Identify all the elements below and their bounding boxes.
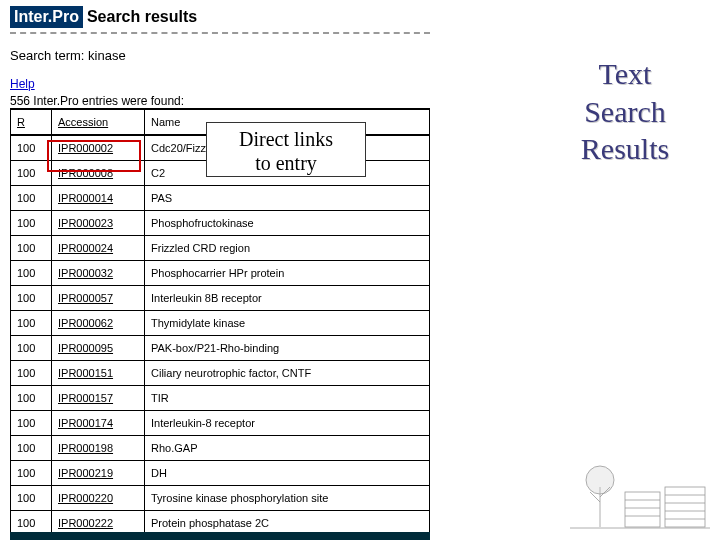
- svg-rect-4: [625, 492, 660, 527]
- cell-accession: IPR000220: [52, 486, 145, 511]
- cell-name: PAK-box/P21-Rho-binding: [145, 336, 430, 361]
- search-term-line: Search term: kinase: [10, 48, 430, 63]
- cell-name: Ciliary neurotrophic factor, CNTF: [145, 361, 430, 386]
- cell-name: Tyrosine kinase phosphorylation site: [145, 486, 430, 511]
- slide-title-l1: Text: [560, 55, 690, 93]
- cell-name: PAS: [145, 186, 430, 211]
- cell-accession: IPR000002: [52, 135, 145, 161]
- slide-title: Text Search Results: [560, 55, 690, 168]
- table-row: 100IPR000023Phosphofructokinase: [11, 211, 430, 236]
- accession-link[interactable]: IPR000062: [58, 317, 113, 329]
- cell-accession: IPR000095: [52, 336, 145, 361]
- accession-link[interactable]: IPR000057: [58, 292, 113, 304]
- col-name-label: Name: [151, 116, 180, 128]
- callout-line1: Direct links: [207, 127, 365, 151]
- cell-r: 100: [11, 336, 52, 361]
- page-header: Inter.Pro Search results: [10, 6, 430, 34]
- svg-point-1: [586, 466, 614, 494]
- cell-accession: IPR000024: [52, 236, 145, 261]
- accession-link[interactable]: IPR000032: [58, 267, 113, 279]
- bottom-strip: [10, 532, 430, 540]
- table-row: 100IPR000014PAS: [11, 186, 430, 211]
- accession-link[interactable]: IPR000023: [58, 217, 113, 229]
- help-link[interactable]: Help: [10, 77, 35, 91]
- cell-name: Interleukin 8B receptor: [145, 286, 430, 311]
- cell-r: 100: [11, 211, 52, 236]
- cell-name: Frizzled CRD region: [145, 236, 430, 261]
- decorative-illustration: [570, 452, 710, 532]
- col-accession[interactable]: Accession: [52, 109, 145, 135]
- table-row: 100IPR000220Tyrosine kinase phosphorylat…: [11, 486, 430, 511]
- table-row: 100IPR000057Interleukin 8B receptor: [11, 286, 430, 311]
- table-row: 100IPR000174Interleukin-8 receptor: [11, 411, 430, 436]
- table-row: 100IPR000151Ciliary neurotrophic factor,…: [11, 361, 430, 386]
- cell-r: 100: [11, 286, 52, 311]
- slide-container: Inter.Pro Search results Search term: ki…: [0, 0, 720, 540]
- cell-name: Phosphofructokinase: [145, 211, 430, 236]
- accession-link[interactable]: IPR000220: [58, 492, 113, 504]
- cell-accession: IPR000014: [52, 186, 145, 211]
- cell-name: TIR: [145, 386, 430, 411]
- results-count: 556 Inter.Pro entries were found:: [10, 94, 430, 108]
- cell-accession: IPR000151: [52, 361, 145, 386]
- cell-accession: IPR000057: [52, 286, 145, 311]
- cell-r: 100: [11, 461, 52, 486]
- brand-prefix: Inter.: [14, 8, 52, 25]
- slide-title-l2: Search: [560, 93, 690, 131]
- svg-rect-5: [665, 487, 705, 527]
- cell-r: 100: [11, 311, 52, 336]
- callout-line2: to entry: [207, 151, 365, 175]
- accession-link[interactable]: IPR000198: [58, 442, 113, 454]
- accession-link[interactable]: IPR000219: [58, 467, 113, 479]
- accession-link[interactable]: IPR000174: [58, 417, 113, 429]
- cell-name: Phosphocarrier HPr protein: [145, 261, 430, 286]
- cell-accession: IPR000023: [52, 211, 145, 236]
- cell-accession: IPR000032: [52, 261, 145, 286]
- table-row: 100IPR000062Thymidylate kinase: [11, 311, 430, 336]
- slide-title-l3: Results: [560, 130, 690, 168]
- search-term-value: kinase: [88, 48, 126, 63]
- cell-accession: IPR000008: [52, 161, 145, 186]
- cell-accession: IPR000062: [52, 311, 145, 336]
- cell-r: 100: [11, 186, 52, 211]
- table-row: 100IPR000157TIR: [11, 386, 430, 411]
- accession-link[interactable]: IPR000024: [58, 242, 113, 254]
- table-row: 100IPR000198Rho.GAP: [11, 436, 430, 461]
- cell-r: 100: [11, 436, 52, 461]
- accession-link[interactable]: IPR000157: [58, 392, 113, 404]
- cell-r: 100: [11, 386, 52, 411]
- accession-link[interactable]: IPR000008: [58, 167, 113, 179]
- col-accession-label: Accession: [58, 116, 108, 128]
- cell-accession: IPR000174: [52, 411, 145, 436]
- search-term-label: Search term:: [10, 48, 88, 63]
- page-title: Search results: [83, 6, 201, 28]
- brand-suffix: Pro: [52, 8, 79, 25]
- cell-r: 100: [11, 486, 52, 511]
- callout-note: Direct links to entry: [206, 122, 366, 177]
- table-row: 100IPR000219DH: [11, 461, 430, 486]
- cell-r: 100: [11, 236, 52, 261]
- table-row: 100IPR000032Phosphocarrier HPr protein: [11, 261, 430, 286]
- accession-link[interactable]: IPR000002: [58, 142, 113, 154]
- accession-link[interactable]: IPR000095: [58, 342, 113, 354]
- cell-name: DH: [145, 461, 430, 486]
- cell-name: Rho.GAP: [145, 436, 430, 461]
- accession-link[interactable]: IPR000014: [58, 192, 113, 204]
- table-row: 100IPR000024Frizzled CRD region: [11, 236, 430, 261]
- cell-name: Thymidylate kinase: [145, 311, 430, 336]
- cell-r: 100: [11, 161, 52, 186]
- cell-accession: IPR000157: [52, 386, 145, 411]
- cell-r: 100: [11, 261, 52, 286]
- cell-name: Interleukin-8 receptor: [145, 411, 430, 436]
- accession-link[interactable]: IPR000222: [58, 517, 113, 529]
- accession-link[interactable]: IPR000151: [58, 367, 113, 379]
- results-panel: Inter.Pro Search results Search term: ki…: [10, 6, 430, 540]
- cell-accession: IPR000219: [52, 461, 145, 486]
- brand-box: Inter.Pro: [10, 6, 83, 28]
- cell-r: 100: [11, 135, 52, 161]
- col-r[interactable]: R: [11, 109, 52, 135]
- col-r-label: R: [17, 116, 25, 128]
- cell-r: 100: [11, 361, 52, 386]
- cell-accession: IPR000198: [52, 436, 145, 461]
- table-row: 100IPR000095PAK-box/P21-Rho-binding: [11, 336, 430, 361]
